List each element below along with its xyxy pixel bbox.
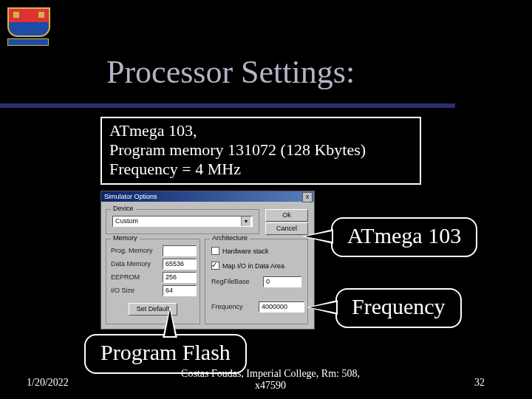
data-memory-field[interactable]: 65536 (163, 259, 197, 270)
spec-box: ATmega 103, Program memory 131072 (128 K… (100, 117, 421, 185)
data-memory-label: Data Memory (111, 260, 151, 267)
dialog-title: Simulator Options (104, 193, 157, 200)
regfile-field[interactable]: 0 (263, 276, 301, 287)
memory-group: Memory Prog. Memory Data Memory 65536 EE… (106, 239, 200, 324)
io-size-field[interactable]: 64 (163, 285, 197, 296)
device-group: Device Custom (106, 209, 259, 234)
architecture-group: Architecture Hardware stack Map I/O in D… (205, 239, 308, 324)
slide: Processor Settings: ATmega 103, Program … (0, 0, 532, 399)
memory-legend: Memory (111, 234, 140, 242)
map-io-checkbox[interactable]: Map I/O in Data Area (211, 262, 284, 270)
device-select[interactable]: Custom (112, 216, 253, 227)
prog-memory-field[interactable] (163, 245, 197, 256)
callout-program-flash-tail (163, 307, 177, 338)
architecture-legend: Architecture (210, 234, 250, 242)
slide-title: Processor Settings: (106, 53, 355, 91)
spec-line-2: Program memory 131072 (128 Kbytes) (109, 140, 412, 160)
spec-line-3: Frequency = 4 MHz (109, 160, 412, 179)
dialog-titlebar: Simulator Options x (101, 191, 314, 202)
footer-date: 1/20/2022 (27, 377, 69, 389)
eeprom-field[interactable]: 256 (163, 272, 197, 283)
frequency-field[interactable]: 4000000 (259, 301, 304, 313)
hardware-stack-checkbox[interactable]: Hardware stack (211, 247, 269, 255)
callout-frequency: Frequency (335, 288, 462, 328)
title-underline (0, 103, 455, 108)
callout-atmega: ATmega 103 (331, 217, 477, 257)
callout-atmega-tail (302, 229, 333, 244)
callout-frequency-tail (307, 300, 338, 315)
crest-logo (7, 7, 50, 43)
ok-button[interactable]: Ok (265, 209, 308, 222)
device-legend: Device (111, 205, 136, 212)
footer-page-number: 32 (474, 377, 485, 389)
simulator-options-dialog: Simulator Options x Device Custom Ok Can… (100, 191, 315, 330)
prog-memory-label: Prog. Memory (111, 247, 153, 254)
regfile-label: RegFileBase (211, 278, 250, 285)
eeprom-label: EEPROM (111, 273, 140, 281)
frequency-label: Frequency (211, 303, 243, 310)
io-size-label: I/O Size (111, 287, 134, 294)
close-button[interactable]: x (302, 192, 313, 202)
spec-line-1: ATmega 103, (109, 121, 412, 140)
footer-author: Costas Foudas, Imperial College, Rm: 508… (174, 368, 366, 392)
